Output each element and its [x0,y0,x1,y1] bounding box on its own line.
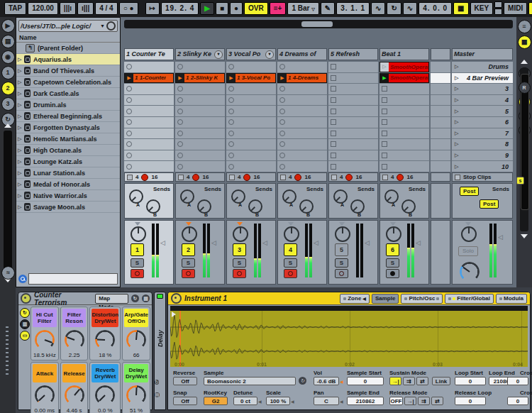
solo-button[interactable]: S [182,258,195,268]
clip-stop-button[interactable] [124,62,174,72]
disclosure-icon[interactable]: ▷ [18,204,24,210]
release-mode-loop[interactable]: ⇉ [418,397,430,405]
status-checkbox[interactable] [229,175,235,180]
arm-button[interactable] [386,269,399,278]
overview-menu-icon[interactable]: ≡ [518,20,531,33]
disclosure-icon[interactable]: ▷ [18,136,24,142]
collapsed-delay-device[interactable]: Delay ↻ ▤ [154,292,166,410]
volume-handle[interactable]: ◁ [211,239,216,246]
macro-control[interactable]: Hi Cut Filter18.5 kHz [31,307,59,360]
map-mode-button[interactable]: Map Mode [95,294,128,304]
sample-preview-icon[interactable]: ≈ [1,266,15,280]
track-activator[interactable]: 1 [131,243,144,256]
arm-button[interactable] [284,269,297,278]
scene-launch-icon[interactable]: ▷ [455,119,458,125]
scene-launch-icon[interactable]: ▷ [455,131,458,136]
clip-stop-button[interactable] [175,84,225,94]
clip-stop-button[interactable] [124,84,174,94]
time-signature-field[interactable]: 4 / 4 [95,2,117,15]
browser-name-header[interactable]: Name [16,33,120,43]
clip-stop-button[interactable] [175,117,225,128]
midi-overdub-button[interactable]: ≡+ [270,2,287,15]
solo-button[interactable]: S [131,258,144,268]
macro-control[interactable]: Distortion Dry/Wet18 % [89,307,121,360]
clip-stop-button[interactable] [277,161,327,172]
quantization-menu[interactable]: 1 Bar ▽ [287,2,318,15]
clip-launch-icon[interactable]: ▶ [227,74,235,83]
send-a-knob[interactable] [333,189,348,204]
clip-stop-button[interactable] [175,128,225,139]
clip-view-toggle-icon[interactable]: ▦ [518,35,531,49]
empty-clip-slot[interactable] [379,84,429,94]
send-b-knob[interactable] [146,199,160,214]
clip-stop-button[interactable] [226,139,276,150]
show-returns-toggle[interactable]: R [519,82,531,94]
solo-button[interactable]: S [233,258,246,268]
release-mode-off[interactable]: OFF [389,397,403,405]
browser-parent-folder[interactable]: ↰ (Parent Folder) [16,43,120,54]
snap-toggle[interactable]: Off [173,397,197,405]
scene-row[interactable]: ▷8 [452,139,513,150]
disclosure-icon[interactable]: ▷ [18,114,24,119]
empty-clip-slot[interactable] [379,161,429,172]
disclosure-icon[interactable]: ▷ [18,125,24,131]
scene-row[interactable]: ▷7 [452,128,513,139]
macro-knob[interactable] [95,385,115,405]
master-pan-knob[interactable] [461,226,477,242]
plugin-browser-icon[interactable]: ▤ [1,35,15,48]
send-b-knob[interactable] [401,199,416,214]
device-on-led[interactable] [157,294,163,299]
browser-file[interactable]: ▷Savage Moon.als [16,202,120,213]
clip-stop-button[interactable] [277,106,327,116]
status-checkbox[interactable] [127,175,133,180]
clip-stop-button[interactable] [277,139,327,150]
tab-sample[interactable]: Sample [372,294,399,304]
sustain-mode-loop[interactable]: ⇉ [403,377,415,385]
track-activator[interactable]: 6 [386,243,399,256]
hot-swap-icon[interactable]: ↻ [131,294,139,302]
pan-field[interactable]: C [314,397,339,405]
browser-scrollbar[interactable] [4,131,12,276]
release-mode-pingpong[interactable]: ⇄ [431,397,443,405]
macro-control[interactable]: Attack0.00 ms [31,362,59,413]
search-input[interactable] [28,273,118,285]
empty-clip-slot[interactable] [328,62,378,72]
clip-launch-icon[interactable]: ▶ [278,74,287,83]
folder-up-icon[interactable] [106,21,116,31]
sample-start-field[interactable]: 0 [347,377,384,385]
link-button[interactable]: Link [432,377,450,385]
scene-row[interactable]: ▷10 [452,161,513,172]
stop-button[interactable]: ■ [216,2,228,15]
send-a-knob[interactable] [384,189,399,204]
macro-control[interactable]: Delay Dry/Wet51 % [122,362,150,413]
scene-row[interactable]: ▷4 Bar Preview [452,73,513,84]
pan-knob[interactable] [284,226,299,242]
macro-knob[interactable] [65,385,84,405]
scene-launch-icon[interactable]: ▷ [455,64,458,70]
empty-clip-slot[interactable] [379,95,429,106]
empty-clip-slot[interactable] [379,139,429,150]
arm-button[interactable] [182,269,195,278]
punch-in-button[interactable]: ∿ [371,2,385,15]
send-b-knob[interactable] [299,199,314,214]
volume-handle[interactable]: ◁ [416,239,421,246]
empty-clip-slot[interactable] [328,106,378,116]
macro-knob[interactable] [126,385,146,405]
browser-file[interactable]: ▷Drumin.als [16,99,120,111]
scene-row[interactable]: ▷Drums [452,62,513,72]
status-checkbox[interactable] [382,175,388,180]
scene-launch-icon[interactable]: ▷ [455,153,458,158]
drag-handle-dots[interactable] [6,326,9,376]
disclosure-icon[interactable]: ▷ [18,170,24,176]
solo-button[interactable]: S [386,258,399,268]
macro-knob[interactable] [126,330,146,350]
key-map-button[interactable]: KEY [470,2,494,15]
device-power-icon[interactable] [171,293,182,304]
loop-start-field[interactable]: 0 [455,377,486,385]
show-devices-icon[interactable]: ▭ [20,331,30,341]
track-header[interactable]: 4 Dreams of [277,48,327,60]
disclosure-icon[interactable]: ▷ [18,102,24,108]
arm-button[interactable] [335,269,348,278]
punch-out-button[interactable]: ∿ [403,2,417,15]
clip-stop-button[interactable] [124,106,174,116]
